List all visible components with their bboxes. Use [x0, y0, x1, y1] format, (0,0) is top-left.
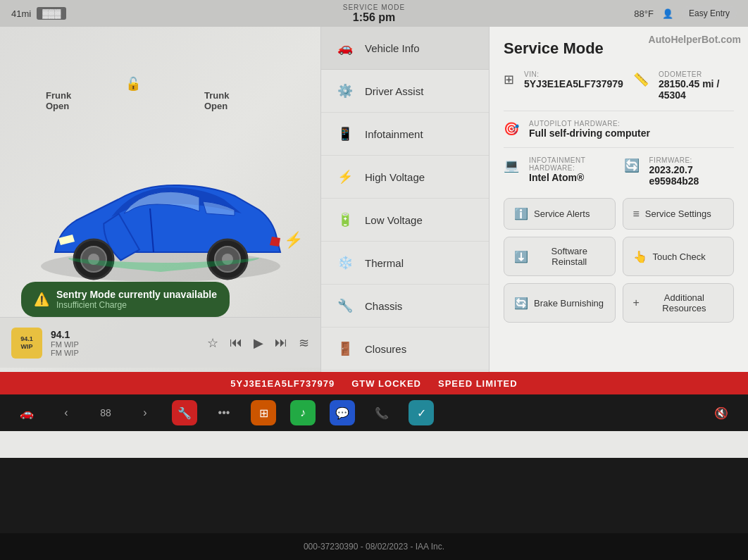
- left-panel: Frunk Open 🔓 Trunk Open: [0, 27, 320, 394]
- high-voltage-icon: ⚡: [335, 167, 355, 187]
- footer: 000-37230390 - 08/02/2023 - IAA Inc.: [0, 533, 748, 560]
- svg-text:⚡: ⚡: [284, 230, 301, 249]
- trunk-label: Trunk Open: [204, 90, 229, 111]
- driver-assist-icon: ⚙️: [335, 81, 355, 101]
- software-reinstall-label: Software Reinstall: [534, 246, 605, 267]
- status-right: 88°F 👤 Easy Entry: [634, 6, 737, 20]
- nav-high-voltage-label: High Voltage: [365, 171, 425, 183]
- status-center: SERVICE MODE 1:56 pm: [343, 4, 406, 24]
- taskbar-forward-icon[interactable]: ›: [132, 400, 158, 425]
- nav-infotainment[interactable]: 📱 Infotainment: [321, 113, 489, 156]
- taskbar-message-icon[interactable]: 💬: [330, 400, 355, 425]
- nav-thermal-label: Thermal: [365, 257, 404, 269]
- hardware-icon: 💻: [504, 158, 519, 173]
- status-left: 41mi ▓▓▓: [11, 7, 66, 20]
- taskbar-dots-icon[interactable]: •••: [211, 400, 237, 425]
- service-settings-button[interactable]: ≡ Service Settings: [623, 198, 735, 230]
- prev-button[interactable]: ⏮: [230, 335, 242, 350]
- radio-logo: 94.1 WIP: [11, 328, 42, 359]
- additional-resources-label: Additional Resources: [645, 292, 723, 313]
- firmware-content: Firmware: 2023.20.7 e95984b28: [649, 156, 735, 187]
- additional-resources-button[interactable]: + Additional Resources: [623, 283, 735, 323]
- infotainment-hw-content: Infotainment Hardware: Intel Atom®: [529, 156, 614, 183]
- right-panel: AutoHelperBot.com Service Mode ⊞ VIN: 5Y…: [490, 27, 748, 431]
- divider-2: [504, 147, 734, 148]
- vehicle-info-icon: 🚗: [335, 38, 355, 58]
- bottom-status-bar: 5YJ3E1EA5LF737979 GTW LOCKED SPEED LIMIT…: [0, 372, 748, 394]
- brake-burnishing-label: Brake Burnishing: [534, 298, 604, 309]
- closures-icon: 🚪: [335, 339, 355, 359]
- brake-burnishing-icon: 🔄: [514, 297, 528, 310]
- nav-driver-assist-label: Driver Assist: [365, 85, 423, 97]
- odometer-content: Odometer 28150.45 mi / 45304: [659, 70, 734, 101]
- nav-low-voltage-label: Low Voltage: [365, 214, 423, 226]
- nav-vehicle-info-label: Vehicle Info: [365, 42, 420, 54]
- vin-section: ⊞ VIN: 5YJ3E1EA5LF737979 📏 Odometer 2815…: [504, 70, 734, 101]
- chassis-icon: 🔧: [335, 296, 355, 316]
- taskbar-car-icon[interactable]: 🚗: [14, 400, 39, 425]
- service-mode-label: SERVICE MODE: [343, 4, 406, 11]
- software-reinstall-button[interactable]: ⬇️ Software Reinstall: [504, 237, 616, 276]
- nav-thermal[interactable]: ❄️ Thermal: [321, 242, 489, 285]
- touch-check-icon: 👆: [633, 250, 647, 263]
- hardware-row: 💻 Infotainment Hardware: Intel Atom® 🔄 F…: [504, 156, 734, 187]
- vin-icon: ⊞: [504, 72, 514, 87]
- watermark: AutoHelperBot.com: [649, 34, 741, 45]
- play-button[interactable]: ▶: [254, 335, 263, 351]
- taskbar-back-icon[interactable]: ‹: [54, 400, 79, 425]
- taskbar: 🚗 ‹ 88 › 🔧 ••• ⊞ ♪ 💬 📞 ✓ 🔇: [0, 394, 748, 431]
- nav-closures[interactable]: 🚪 Closures: [321, 328, 489, 371]
- media-bar: 94.1 WIP 94.1 FM WIP FM WIP ☆ ⏮ ▶ ⏭ ≋: [0, 317, 320, 368]
- service-settings-icon: ≡: [633, 208, 640, 220]
- service-settings-label: Service Settings: [645, 209, 711, 219]
- nav-low-voltage[interactable]: 🔋 Low Voltage: [321, 199, 489, 242]
- service-alerts-button[interactable]: ℹ️ Service Alerts: [504, 198, 616, 230]
- taskbar-check-icon[interactable]: ✓: [409, 400, 434, 425]
- nav-vehicle-info[interactable]: 🚗 Vehicle Info: [321, 27, 489, 70]
- nav-high-voltage[interactable]: ⚡ High Voltage: [321, 156, 489, 199]
- next-button[interactable]: ⏭: [275, 335, 287, 350]
- battery-bar: ▓▓▓: [37, 7, 66, 20]
- main-screen: 41mi ▓▓▓ SERVICE MODE 1:56 pm 88°F 👤 Eas…: [0, 0, 748, 458]
- autopilot-row: 🎯 Autopilot Hardware: Full self-driving …: [504, 120, 734, 139]
- taskbar-wrench-icon[interactable]: 🔧: [172, 400, 197, 425]
- vin-row: ⊞ VIN: 5YJ3E1EA5LF737979 📏 Odometer 2815…: [504, 70, 734, 101]
- taskbar-phone-icon[interactable]: 📞: [369, 400, 394, 425]
- touch-check-button[interactable]: 👆 Touch Check: [623, 237, 735, 276]
- media-controls[interactable]: ☆ ⏮ ▶ ⏭ ≋: [207, 335, 309, 351]
- footer-text: 000-37230390 - 08/02/2023 - IAA Inc.: [304, 542, 444, 552]
- sentry-notification: ⚠️ Sentry Mode currently unavailable Ins…: [21, 282, 230, 317]
- media-info: 94.1 FM WIP FM WIP: [51, 329, 199, 357]
- taskbar-spotify-icon[interactable]: ♪: [290, 400, 316, 425]
- nav-driver-assist[interactable]: ⚙️ Driver Assist: [321, 70, 489, 113]
- favorite-button[interactable]: ☆: [207, 335, 218, 351]
- odometer-icon: 📏: [633, 72, 649, 87]
- nav-closures-label: Closures: [365, 343, 406, 355]
- status-gtw: GTW LOCKED: [351, 378, 421, 389]
- unlock-icon: 🔓: [125, 76, 141, 92]
- autopilot-content: Autopilot Hardware: Full self-driving co…: [529, 120, 734, 139]
- status-bar: 41mi ▓▓▓ SERVICE MODE 1:56 pm 88°F 👤 Eas…: [0, 0, 748, 27]
- more-button[interactable]: ≋: [299, 335, 309, 351]
- touch-check-label: Touch Check: [653, 251, 706, 262]
- brake-burnishing-button[interactable]: 🔄 Brake Burnishing: [504, 283, 616, 323]
- thermal-icon: ❄️: [335, 253, 355, 273]
- nav-infotainment-label: Infotainment: [365, 128, 423, 140]
- warning-icon: ⚠️: [34, 292, 49, 307]
- low-voltage-icon: 🔋: [335, 210, 355, 230]
- service-alerts-label: Service Alerts: [534, 209, 590, 219]
- status-vin: 5YJ3E1EA5LF737979: [230, 378, 335, 389]
- service-alerts-icon: ℹ️: [514, 207, 528, 220]
- software-reinstall-icon: ⬇️: [514, 250, 528, 263]
- infotainment-icon: 📱: [335, 124, 355, 144]
- nav-chassis[interactable]: 🔧 Chassis: [321, 285, 489, 328]
- car-svg: ⚡: [20, 154, 301, 294]
- taskbar-grid-icon[interactable]: ⊞: [251, 400, 276, 425]
- temperature-display: 88°F: [634, 8, 654, 19]
- easy-entry-badge: Easy Entry: [682, 6, 737, 20]
- frunk-label: Frunk Open: [46, 90, 71, 111]
- additional-resources-icon: +: [633, 297, 640, 309]
- service-buttons-grid: ℹ️ Service Alerts ≡ Service Settings ⬇️ …: [504, 198, 734, 323]
- nav-panel: 🚗 Vehicle Info ⚙️ Driver Assist 📱 Infota…: [320, 27, 490, 431]
- taskbar-mute-icon[interactable]: 🔇: [709, 400, 734, 425]
